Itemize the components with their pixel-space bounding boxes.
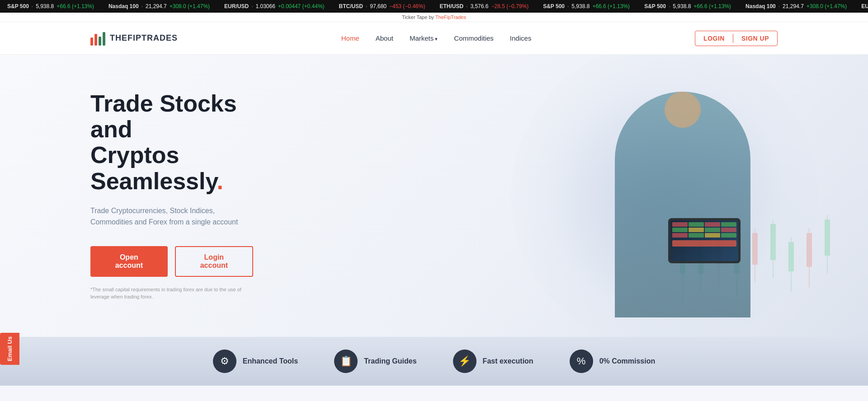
nav-item-home: Home — [341, 34, 359, 42]
person-head — [665, 92, 701, 128]
svg-rect-17 — [825, 219, 830, 256]
nav-auth: LOGIN SIGN UP — [695, 31, 778, 46]
signup-button[interactable]: SIGN UP — [733, 31, 777, 46]
tablet-screen — [670, 220, 738, 261]
features-bar: ⚙ Enhanced Tools 📋 Trading Guides ⚡ Fast… — [0, 337, 868, 386]
feature-item-fast-execution: ⚡ Fast execution — [453, 350, 533, 373]
svg-rect-15 — [807, 233, 812, 267]
hero-disclaimer: *The small capital requirements in tradi… — [90, 286, 253, 301]
products-section: Trading products Choose from 6 asset cla… — [0, 386, 868, 401]
ticker-item: ETH/USD · 3,576.6 −28.5 (−0.79%) — [439, 3, 528, 9]
ticker-item: S&P 500 · 5,938.8 +66.6 (+1.13%) — [644, 3, 731, 9]
feature-icon: ⚡ — [453, 350, 476, 373]
svg-rect-13 — [788, 242, 794, 271]
hero-figure — [524, 55, 841, 337]
ticker-credit-text: Ticker Tape by TheFipTrades — [402, 14, 466, 20]
feature-item-trading-guides: 📋 Trading Guides — [334, 350, 416, 373]
ticker-credit-link[interactable]: TheFipTrades — [435, 14, 466, 20]
navbar: THEFIPTRADES HomeAboutMarketsCommodities… — [0, 22, 868, 55]
open-account-button[interactable]: Open account — [90, 246, 168, 277]
feature-icon: 📋 — [334, 350, 358, 373]
logo: THEFIPTRADES — [90, 31, 178, 46]
hero-title: Trade Stocks and Cryptos Seamlessly. — [90, 91, 253, 194]
person-figure — [592, 74, 773, 317]
nav-item-about: About — [376, 34, 393, 42]
email-us-button[interactable]: Email Us — [0, 333, 19, 365]
ticker-credit: Ticker Tape by TheFipTrades — [0, 13, 868, 22]
feature-label: Enhanced Tools — [243, 357, 298, 365]
ticker-item: Nasdaq 100 · 21,294.7 +308.0 (+1.47%) — [108, 3, 210, 9]
nav-link-home[interactable]: Home — [341, 34, 359, 42]
ticker-item: EUR/USD · 1.03066 +0.00447 (+0.44%) — [861, 3, 868, 9]
ticker-item: S&P 500 · 5,938.8 +66.6 (+1.13%) — [543, 3, 630, 9]
nav-item-markets: Markets — [410, 34, 438, 42]
feature-label: Trading Guides — [364, 357, 416, 365]
hero-subtitle: Trade Cryptocurrencies, Stock Indices, C… — [90, 205, 253, 228]
ticker-item: BTC/USD · 97,680 −453 (−0.46%) — [339, 3, 425, 9]
logo-text: THEFIPTRADES — [110, 33, 178, 43]
hero-section: Trade Stocks and Cryptos Seamlessly. Tra… — [0, 55, 868, 337]
feature-item-enhanced-tools: ⚙ Enhanced Tools — [213, 350, 298, 373]
ticker-item: Nasdaq 100 · 21,294.7 +308.0 (+1.47%) — [745, 3, 847, 9]
login-account-button[interactable]: Login account — [175, 246, 253, 277]
logo-bar-3 — [99, 37, 101, 46]
hero-image-area — [461, 55, 868, 337]
logo-icon — [90, 31, 105, 46]
nav-link-commodities[interactable]: Commodities — [454, 34, 494, 42]
nav-link-markets[interactable]: Markets — [410, 34, 438, 42]
feature-label: 0% Commission — [599, 357, 656, 365]
feature-icon: % — [570, 350, 593, 373]
trading-tablet — [668, 218, 741, 263]
nav-item-commodities: Commodities — [454, 34, 494, 42]
logo-bar-4 — [103, 32, 105, 46]
ticker-item: EUR/USD · 1.03066 +0.00447 (+0.44%) — [224, 3, 325, 9]
nav-link-indices[interactable]: Indices — [510, 34, 532, 42]
hero-buttons: Open account Login account — [90, 246, 253, 277]
feature-label: Fast execution — [483, 357, 533, 365]
hero-content: Trade Stocks and Cryptos Seamlessly. Tra… — [0, 55, 344, 337]
logo-bar-2 — [94, 34, 97, 46]
nav-item-indices: Indices — [510, 34, 532, 42]
ticker-bar: S&P 500 · 5,938.8 +66.6 (+1.13%) Nasdaq … — [0, 0, 868, 13]
feature-icon: ⚙ — [213, 350, 236, 373]
logo-bar-1 — [90, 37, 93, 46]
ticker-item: S&P 500 · 5,938.8 +66.6 (+1.13%) — [7, 3, 94, 9]
feature-item-0%-commission: % 0% Commission — [570, 350, 656, 373]
nav-links: HomeAboutMarketsCommoditiesIndices — [341, 34, 532, 42]
login-button[interactable]: LOGIN — [695, 31, 733, 46]
nav-link-about[interactable]: About — [376, 34, 393, 42]
